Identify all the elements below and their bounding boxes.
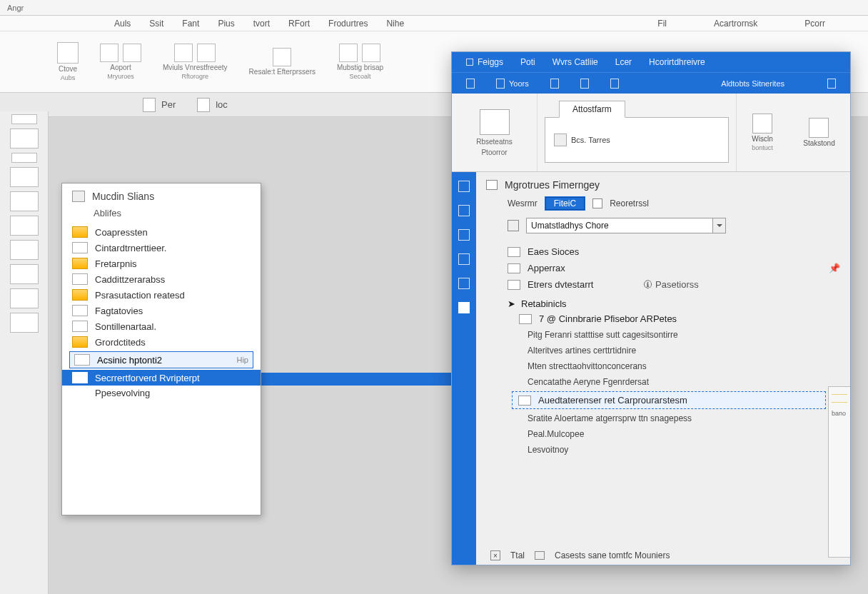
row-icon [518,396,531,406]
panel-tab[interactable]: Reoretrssl [610,198,649,208]
win-menu-item[interactable]: Feiggs [466,57,503,67]
rail-button[interactable] [458,229,470,241]
win-menu-item[interactable]: Hcorirtdhreivre [649,57,705,67]
win-menu-item[interactable]: Wvrs Catliie [552,57,598,67]
bg-menu-item[interactable]: Pius [218,19,234,29]
win-menu-item[interactable]: Lcer [615,57,632,67]
menu-item[interactable]: Ppesevolving [62,386,261,401]
ribbon-group[interactable]: Ctove Aubs [57,42,79,81]
toolbar-button[interactable]: loc [197,98,228,112]
win-menu-item[interactable]: Poti [520,57,535,67]
toolbar-button[interactable] [466,79,475,89]
menu-item-boxed[interactable]: Acsinic hptonti2 Hip [69,351,253,368]
ribbon-command[interactable]: Stakstond [803,118,834,147]
bg-menu-item[interactable]: Frodurtres [328,19,368,29]
panel-list-item[interactable]: Cencatathe Aeryne Fgenrdersat [486,374,840,390]
menu-item-selected[interactable]: Secrrertforverd Rvripterpt [62,370,261,386]
strip-thumb[interactable] [10,191,39,211]
bg-menu-item[interactable]: Fil [657,19,667,29]
menu-item[interactable]: Psrasutaction reatesd [62,287,261,303]
ribbon-command[interactable]: Wisclnbontuct [752,114,773,151]
ribbon-group[interactable]: Mubstig brisap Secoalt [337,44,383,80]
rail-button[interactable] [458,181,470,192]
bg-tab[interactable]: Angr [3,2,28,14]
menu-item[interactable]: Fagtatovies [62,303,261,318]
strip-thumb[interactable] [10,313,39,333]
toolbar-label: loc [216,99,228,110]
strip-thumb[interactable] [11,153,37,163]
status-icon [535,551,545,560]
ribbon-tabstrip: Attostfarm [545,99,729,118]
strip-thumb[interactable] [10,264,39,284]
panel-row-label: Pitg Feranri statttise sutt cagesitsonti… [528,330,678,340]
toolbar-button[interactable] [827,79,836,89]
bg-menu-item[interactable]: Pcorr [804,19,825,29]
rail-button[interactable] [458,253,470,265]
strip-thumb[interactable] [10,129,39,148]
strip-thumb[interactable] [10,167,39,187]
ribbon-icon [123,44,141,62]
close-icon[interactable]: × [490,550,500,560]
toolbar-button[interactable] [550,79,559,89]
panel-list-item[interactable]: Sratite Aloertame atgerrsprw ttn snagepe… [486,411,840,426]
ruler-icon [580,79,589,89]
ribbon-group[interactable]: Resale:t Efterprssers [249,48,316,76]
bg-menu-item[interactable]: tvort [253,19,270,29]
panel-tab[interactable]: Wesrmr [508,198,538,208]
bg-menu-item[interactable]: Fant [182,19,199,29]
panel-row-label: 7 @ Cinnbrarie Pfisebor ARPetes [539,313,677,324]
pin-icon[interactable]: 📌 [829,263,840,273]
item-icon [72,372,88,383]
ribbon-group[interactable]: Aoport Mryuroes [100,44,141,80]
menu-item[interactable]: Grordctiteds [62,334,261,350]
menu-item-label: Cintardtrnerttieer. [95,243,166,253]
ribbon-tab-active[interactable]: Attostfarm [559,101,625,118]
item-icon [72,258,88,269]
combo-box[interactable]: Umatstladhys Chore [526,218,726,233]
toolbar-button[interactable]: Aldtobts Sitnerites [721,79,784,88]
panel-row[interactable]: Etrers dvtestarrt🛈 Pasetiorss [486,276,840,293]
bg-menu-bar: Auls Ssit Fant Pius tvort RFort Frodurtr… [0,16,868,31]
toolbar-button[interactable]: Yoors [496,79,529,89]
ribbon-label: Mubstig brisap [337,64,383,71]
panel-list-item-highlight[interactable]: Auedtaterenser ret Carprourarstesm [512,391,826,409]
bg-menu-item[interactable]: Ssit [149,19,163,29]
menu-item[interactable]: Sontillenartaal. [62,318,261,334]
panel-row[interactable]: Eaes Sioces [486,243,840,260]
panel-list-item[interactable]: 7 @ Cinnbrarie Pfisebor ARPetes [486,311,840,327]
bg-menu-item[interactable]: RFort [288,19,310,29]
app-icon [466,59,473,66]
panel-list-item[interactable]: Lesvoitnoy [486,442,840,458]
rail-button[interactable] [458,278,470,289]
chevron-down-icon[interactable] [712,218,725,233]
menu-item[interactable]: Coapressten [62,224,261,240]
strip-thumb[interactable] [10,240,39,260]
panel-list-item[interactable]: Pitg Feranri statttise sutt cagesitsonti… [486,327,840,343]
panel-row-label: Alteritves artines certtrtidnire [528,346,636,356]
panel-list-item[interactable]: Peal.Mulcopee [486,426,840,442]
strip-thumb[interactable] [10,216,39,236]
strip-thumb[interactable] [11,114,37,124]
menu-item[interactable]: Fretarpnis [62,256,261,271]
rail-button[interactable] [458,205,470,216]
toolbar-button[interactable]: Per [143,98,176,112]
arrow-icon: ➤ [508,298,515,309]
toolbar-button[interactable] [580,79,589,89]
panel-row[interactable]: Apperrax📌 [486,260,840,276]
panel-tab-selected[interactable]: FiteiC [545,196,585,211]
panel-list-item[interactable]: Mten strecttaohvittonconcerans [486,358,840,374]
bg-menu-item[interactable]: Nihe [386,19,404,29]
strip-thumb[interactable] [10,288,39,308]
panel-list-item[interactable]: Alteritves artines certtrtidnire [486,343,840,358]
ribbon-left-group[interactable]: Rbseteatns Ptoorror [452,94,538,171]
menu-item[interactable]: Cintardtrnerttieer. [62,240,261,256]
bg-menu-item[interactable]: Acartrornsk [714,19,757,29]
rail-button-selected[interactable] [458,302,470,313]
bg-menu-item[interactable]: Auls [114,19,131,29]
toolbar-button[interactable] [610,79,619,89]
ribbon-group[interactable]: Mviuls Vnrestfreeety Rftorogre [163,44,228,80]
menu-item-label: Acsinic hptonti2 [97,355,162,366]
ribbon-command[interactable]: Bcs. Tarres [554,134,610,146]
options-icon[interactable] [592,198,602,208]
menu-item[interactable]: Caddittzerarabss [62,271,261,287]
